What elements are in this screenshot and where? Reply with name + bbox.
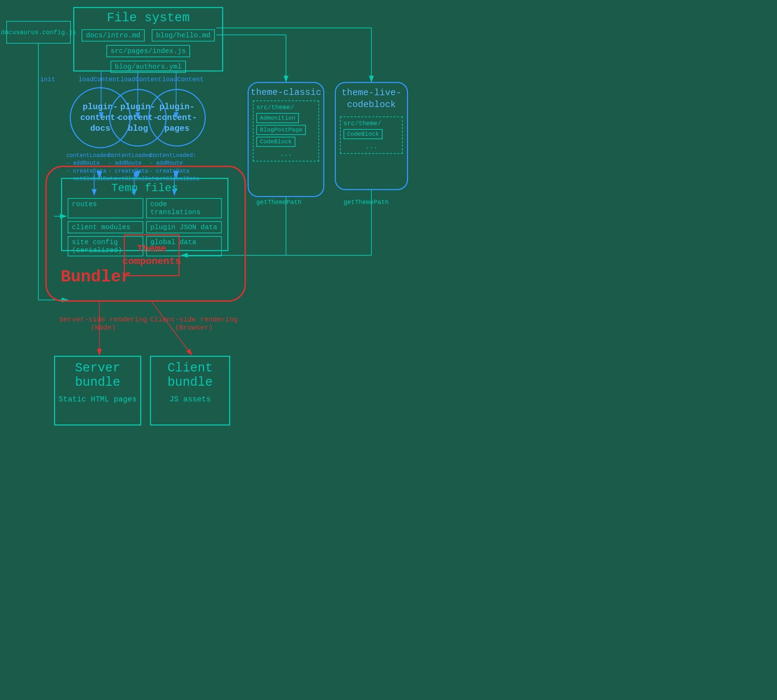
theme-classic-inner: src/theme/ Admonition BlogPostPage CodeB… xyxy=(253,100,319,162)
codeblock-live-tag: CodeBlock xyxy=(343,129,383,139)
theme-live-inner: src/theme/ CodeBlock ... xyxy=(340,117,403,154)
getthemepath-label-2: getThemePath xyxy=(343,199,389,206)
config-box: docusaurus.config.js xyxy=(6,21,71,43)
temp-files-title: Temp files xyxy=(62,182,227,195)
file-tag-1: blog/hello.md xyxy=(152,29,215,42)
temp-code-translations: code translations xyxy=(146,198,222,218)
admonition-tag: Admonition xyxy=(256,113,299,123)
blogpostpage-tag: BlogPostPage xyxy=(256,125,306,135)
theme-classic-src: src/theme/ xyxy=(256,104,316,111)
config-box-label: docusaurus.config.js xyxy=(1,29,76,36)
theme-components-box: Themecomponents xyxy=(124,234,180,276)
theme-live-src: src/theme/ xyxy=(343,120,399,127)
bundler-label: Bundler xyxy=(61,268,131,287)
loadcontent-label-2: loadContent xyxy=(120,76,162,83)
theme-classic-title: theme-classic xyxy=(248,87,323,98)
temp-routes: routes xyxy=(68,198,143,218)
theme-live-dots: ... xyxy=(343,142,399,150)
server-bundle-title: Server bundle xyxy=(55,361,140,390)
server-side-label: Server-side rendering(Node) xyxy=(59,316,147,332)
client-bundle-title: Client bundle xyxy=(151,361,229,390)
file-system-box: File system docs/intro.md blog/hello.md … xyxy=(73,7,223,72)
file-tag-0: docs/intro.md xyxy=(82,29,144,42)
client-bundle-subtitle: JS assets xyxy=(151,395,229,404)
plugin-pages-label: plugin-content-pages xyxy=(157,102,197,134)
theme-live-title: theme-live-codeblock xyxy=(336,87,407,111)
file-system-files: docs/intro.md blog/hello.md src/pages/in… xyxy=(74,29,222,73)
temp-client-modules: client modules xyxy=(68,221,143,233)
temp-plugin-json: plugin JSON data xyxy=(146,221,222,233)
loadcontent-label-1: loadContent xyxy=(78,76,120,83)
loadcontent-label-3: loadContent xyxy=(162,76,203,83)
client-bundle-box: Client bundle JS assets xyxy=(150,356,230,425)
diagram-container: docusaurus.config.js File system docs/in… xyxy=(0,0,777,700)
server-bundle-box: Server bundle Static HTML pages xyxy=(54,356,141,425)
theme-live-box: theme-live-codeblock src/theme/ CodeBloc… xyxy=(335,82,408,190)
theme-classic-dots: ... xyxy=(256,150,316,158)
file-tag-3: blog/authors.yml xyxy=(110,61,186,73)
server-bundle-subtitle: Static HTML pages xyxy=(55,395,140,404)
theme-classic-box: theme-classic src/theme/ Admonition Blog… xyxy=(248,82,324,197)
file-tag-2: src/pages/index.js xyxy=(107,45,190,57)
file-system-title: File system xyxy=(74,11,222,25)
getthemepath-label-1: getThemePath xyxy=(256,199,302,206)
theme-components-label: Themecomponents xyxy=(122,243,181,268)
client-side-label: Client-side rendering(Browser) xyxy=(150,316,238,332)
init-label: init xyxy=(40,76,55,83)
plugin-pages-circle: plugin-content-pages xyxy=(148,89,206,147)
codeblock-tag: CodeBlock xyxy=(256,137,295,147)
